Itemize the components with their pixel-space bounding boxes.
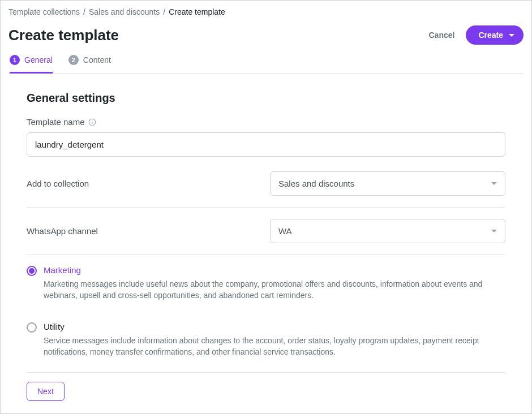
channel-select[interactable]: WA — [270, 219, 505, 243]
next-row: Next — [27, 373, 505, 401]
radio-description: Marketing messages include useful news a… — [44, 278, 505, 301]
cancel-button[interactable]: Cancel — [423, 26, 460, 44]
info-icon — [88, 118, 96, 126]
chevron-down-icon — [491, 230, 497, 232]
page-title: Create template — [8, 27, 119, 44]
category-radio-group: Marketing Marketing messages include use… — [27, 255, 505, 373]
template-name-label: Template name — [27, 117, 85, 127]
breadcrumb-link-collections[interactable]: Template collections — [8, 7, 80, 16]
collection-value: Sales and discounts — [278, 179, 354, 188]
collection-select[interactable]: Sales and discounts — [270, 171, 505, 196]
template-name-field: Template name — [27, 117, 505, 157]
tab-label: Content — [83, 55, 111, 64]
header-actions: Cancel Create — [423, 25, 524, 45]
collection-row: Add to collection Sales and discounts — [27, 160, 505, 208]
page-header: Create template Cancel Create — [8, 25, 524, 45]
radio-icon — [27, 322, 37, 333]
breadcrumb-current: Create template — [169, 7, 225, 16]
breadcrumb: Template collections / Sales and discoun… — [8, 7, 524, 16]
template-name-input[interactable] — [27, 132, 505, 157]
channel-row: WhatsApp channel WA — [27, 208, 505, 255]
tab-step-number: 1 — [10, 55, 20, 65]
chevron-down-icon — [491, 182, 497, 185]
tab-step-number: 2 — [68, 55, 79, 65]
tab-content[interactable]: 2 Content — [68, 55, 111, 74]
channel-label: WhatsApp channel — [27, 226, 98, 236]
tabs: 1 General 2 Content — [8, 55, 524, 74]
breadcrumb-link-sales[interactable]: Sales and discounts — [89, 7, 160, 16]
section-title: General settings — [27, 92, 505, 105]
caret-down-icon — [509, 34, 514, 37]
breadcrumb-separator: / — [83, 7, 85, 16]
create-button-label: Create — [478, 31, 503, 40]
channel-value: WA — [278, 226, 292, 236]
tab-label: General — [24, 55, 53, 64]
collection-label: Add to collection — [27, 179, 89, 188]
radio-icon — [27, 266, 37, 276]
breadcrumb-separator: / — [163, 7, 165, 16]
app-frame: Template collections / Sales and discoun… — [0, 0, 532, 414]
next-button[interactable]: Next — [27, 382, 65, 401]
radio-title: Marketing — [44, 265, 505, 275]
radio-title: Utility — [44, 322, 505, 331]
tab-general[interactable]: 1 General — [10, 55, 53, 74]
svg-point-2 — [92, 120, 92, 120]
radio-description: Service messages include information abo… — [44, 335, 505, 358]
content-area: General settings Template name Add to co… — [8, 74, 524, 401]
create-button[interactable]: Create — [466, 25, 524, 45]
radio-utility[interactable]: Utility Service messages include informa… — [27, 314, 505, 370]
radio-marketing[interactable]: Marketing Marketing messages include use… — [27, 257, 505, 314]
